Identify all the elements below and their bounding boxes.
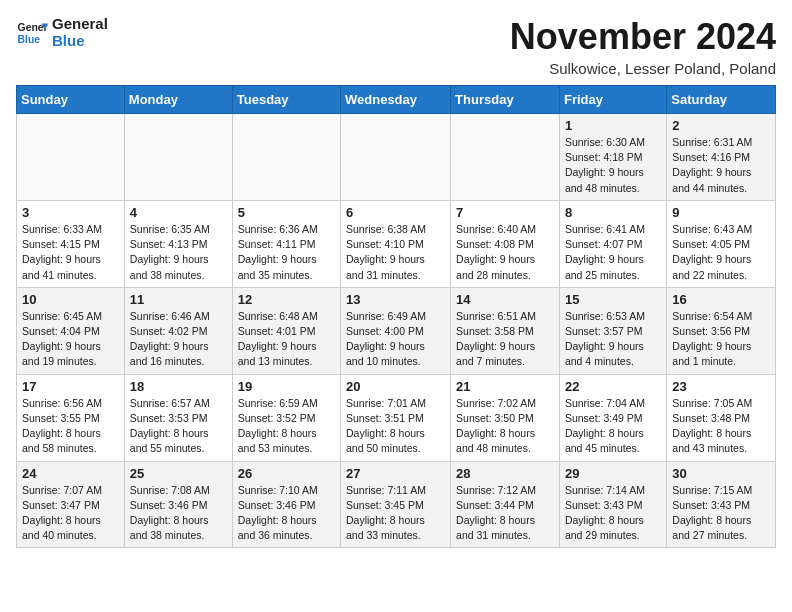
day-info: Sunrise: 6:38 AM Sunset: 4:10 PM Dayligh…: [346, 222, 445, 283]
month-title: November 2024: [510, 16, 776, 58]
day-number: 19: [238, 379, 335, 394]
day-number: 10: [22, 292, 119, 307]
day-cell: 16Sunrise: 6:54 AM Sunset: 3:56 PM Dayli…: [667, 287, 776, 374]
day-number: 9: [672, 205, 770, 220]
day-cell: [451, 114, 560, 201]
day-info: Sunrise: 7:15 AM Sunset: 3:43 PM Dayligh…: [672, 483, 770, 544]
day-info: Sunrise: 7:08 AM Sunset: 3:46 PM Dayligh…: [130, 483, 227, 544]
day-info: Sunrise: 6:49 AM Sunset: 4:00 PM Dayligh…: [346, 309, 445, 370]
day-info: Sunrise: 6:56 AM Sunset: 3:55 PM Dayligh…: [22, 396, 119, 457]
logo-line2: Blue: [52, 33, 108, 50]
day-number: 25: [130, 466, 227, 481]
day-info: Sunrise: 6:46 AM Sunset: 4:02 PM Dayligh…: [130, 309, 227, 370]
day-number: 6: [346, 205, 445, 220]
logo: General Blue General Blue: [16, 16, 108, 49]
col-header-tuesday: Tuesday: [232, 86, 340, 114]
day-info: Sunrise: 6:53 AM Sunset: 3:57 PM Dayligh…: [565, 309, 661, 370]
day-cell: 4Sunrise: 6:35 AM Sunset: 4:13 PM Daylig…: [124, 200, 232, 287]
page-header: General Blue General Blue November 2024 …: [16, 16, 776, 77]
day-number: 13: [346, 292, 445, 307]
day-info: Sunrise: 7:01 AM Sunset: 3:51 PM Dayligh…: [346, 396, 445, 457]
day-cell: 21Sunrise: 7:02 AM Sunset: 3:50 PM Dayli…: [451, 374, 560, 461]
day-cell: 14Sunrise: 6:51 AM Sunset: 3:58 PM Dayli…: [451, 287, 560, 374]
day-number: 14: [456, 292, 554, 307]
day-number: 3: [22, 205, 119, 220]
day-info: Sunrise: 6:40 AM Sunset: 4:08 PM Dayligh…: [456, 222, 554, 283]
week-row-3: 10Sunrise: 6:45 AM Sunset: 4:04 PM Dayli…: [17, 287, 776, 374]
day-info: Sunrise: 6:41 AM Sunset: 4:07 PM Dayligh…: [565, 222, 661, 283]
day-cell: 15Sunrise: 6:53 AM Sunset: 3:57 PM Dayli…: [559, 287, 666, 374]
svg-text:Blue: Blue: [18, 33, 41, 44]
day-number: 27: [346, 466, 445, 481]
day-info: Sunrise: 7:07 AM Sunset: 3:47 PM Dayligh…: [22, 483, 119, 544]
day-cell: 26Sunrise: 7:10 AM Sunset: 3:46 PM Dayli…: [232, 461, 340, 548]
logo-icon: General Blue: [16, 17, 48, 49]
day-cell: [17, 114, 125, 201]
col-header-saturday: Saturday: [667, 86, 776, 114]
day-cell: 3Sunrise: 6:33 AM Sunset: 4:15 PM Daylig…: [17, 200, 125, 287]
day-number: 12: [238, 292, 335, 307]
day-cell: 30Sunrise: 7:15 AM Sunset: 3:43 PM Dayli…: [667, 461, 776, 548]
day-info: Sunrise: 7:14 AM Sunset: 3:43 PM Dayligh…: [565, 483, 661, 544]
day-info: Sunrise: 6:43 AM Sunset: 4:05 PM Dayligh…: [672, 222, 770, 283]
week-row-2: 3Sunrise: 6:33 AM Sunset: 4:15 PM Daylig…: [17, 200, 776, 287]
day-number: 26: [238, 466, 335, 481]
col-header-sunday: Sunday: [17, 86, 125, 114]
col-header-thursday: Thursday: [451, 86, 560, 114]
header-row: SundayMondayTuesdayWednesdayThursdayFrid…: [17, 86, 776, 114]
day-cell: 22Sunrise: 7:04 AM Sunset: 3:49 PM Dayli…: [559, 374, 666, 461]
day-cell: 9Sunrise: 6:43 AM Sunset: 4:05 PM Daylig…: [667, 200, 776, 287]
day-number: 28: [456, 466, 554, 481]
day-cell: 13Sunrise: 6:49 AM Sunset: 4:00 PM Dayli…: [341, 287, 451, 374]
day-number: 15: [565, 292, 661, 307]
week-row-5: 24Sunrise: 7:07 AM Sunset: 3:47 PM Dayli…: [17, 461, 776, 548]
day-info: Sunrise: 7:12 AM Sunset: 3:44 PM Dayligh…: [456, 483, 554, 544]
day-number: 11: [130, 292, 227, 307]
day-number: 16: [672, 292, 770, 307]
week-row-4: 17Sunrise: 6:56 AM Sunset: 3:55 PM Dayli…: [17, 374, 776, 461]
col-header-wednesday: Wednesday: [341, 86, 451, 114]
day-cell: 1Sunrise: 6:30 AM Sunset: 4:18 PM Daylig…: [559, 114, 666, 201]
day-number: 30: [672, 466, 770, 481]
day-cell: 7Sunrise: 6:40 AM Sunset: 4:08 PM Daylig…: [451, 200, 560, 287]
day-info: Sunrise: 7:04 AM Sunset: 3:49 PM Dayligh…: [565, 396, 661, 457]
day-info: Sunrise: 6:54 AM Sunset: 3:56 PM Dayligh…: [672, 309, 770, 370]
day-info: Sunrise: 7:05 AM Sunset: 3:48 PM Dayligh…: [672, 396, 770, 457]
col-header-friday: Friday: [559, 86, 666, 114]
day-info: Sunrise: 6:36 AM Sunset: 4:11 PM Dayligh…: [238, 222, 335, 283]
day-info: Sunrise: 6:48 AM Sunset: 4:01 PM Dayligh…: [238, 309, 335, 370]
day-number: 4: [130, 205, 227, 220]
day-number: 20: [346, 379, 445, 394]
day-cell: 12Sunrise: 6:48 AM Sunset: 4:01 PM Dayli…: [232, 287, 340, 374]
day-number: 1: [565, 118, 661, 133]
week-row-1: 1Sunrise: 6:30 AM Sunset: 4:18 PM Daylig…: [17, 114, 776, 201]
logo-line1: General: [52, 16, 108, 33]
day-cell: 10Sunrise: 6:45 AM Sunset: 4:04 PM Dayli…: [17, 287, 125, 374]
day-cell: 17Sunrise: 6:56 AM Sunset: 3:55 PM Dayli…: [17, 374, 125, 461]
day-info: Sunrise: 6:35 AM Sunset: 4:13 PM Dayligh…: [130, 222, 227, 283]
day-number: 7: [456, 205, 554, 220]
day-number: 21: [456, 379, 554, 394]
location-title: Sulkowice, Lesser Poland, Poland: [510, 60, 776, 77]
day-cell: 19Sunrise: 6:59 AM Sunset: 3:52 PM Dayli…: [232, 374, 340, 461]
day-info: Sunrise: 7:02 AM Sunset: 3:50 PM Dayligh…: [456, 396, 554, 457]
calendar-table: SundayMondayTuesdayWednesdayThursdayFrid…: [16, 85, 776, 548]
day-info: Sunrise: 6:51 AM Sunset: 3:58 PM Dayligh…: [456, 309, 554, 370]
day-cell: 27Sunrise: 7:11 AM Sunset: 3:45 PM Dayli…: [341, 461, 451, 548]
day-cell: [232, 114, 340, 201]
day-cell: 20Sunrise: 7:01 AM Sunset: 3:51 PM Dayli…: [341, 374, 451, 461]
day-number: 17: [22, 379, 119, 394]
day-info: Sunrise: 6:31 AM Sunset: 4:16 PM Dayligh…: [672, 135, 770, 196]
title-block: November 2024 Sulkowice, Lesser Poland, …: [510, 16, 776, 77]
day-cell: 25Sunrise: 7:08 AM Sunset: 3:46 PM Dayli…: [124, 461, 232, 548]
day-cell: 29Sunrise: 7:14 AM Sunset: 3:43 PM Dayli…: [559, 461, 666, 548]
day-cell: 24Sunrise: 7:07 AM Sunset: 3:47 PM Dayli…: [17, 461, 125, 548]
day-info: Sunrise: 6:57 AM Sunset: 3:53 PM Dayligh…: [130, 396, 227, 457]
day-number: 29: [565, 466, 661, 481]
day-cell: 11Sunrise: 6:46 AM Sunset: 4:02 PM Dayli…: [124, 287, 232, 374]
day-number: 5: [238, 205, 335, 220]
day-info: Sunrise: 6:30 AM Sunset: 4:18 PM Dayligh…: [565, 135, 661, 196]
day-cell: [124, 114, 232, 201]
day-cell: 6Sunrise: 6:38 AM Sunset: 4:10 PM Daylig…: [341, 200, 451, 287]
day-number: 22: [565, 379, 661, 394]
